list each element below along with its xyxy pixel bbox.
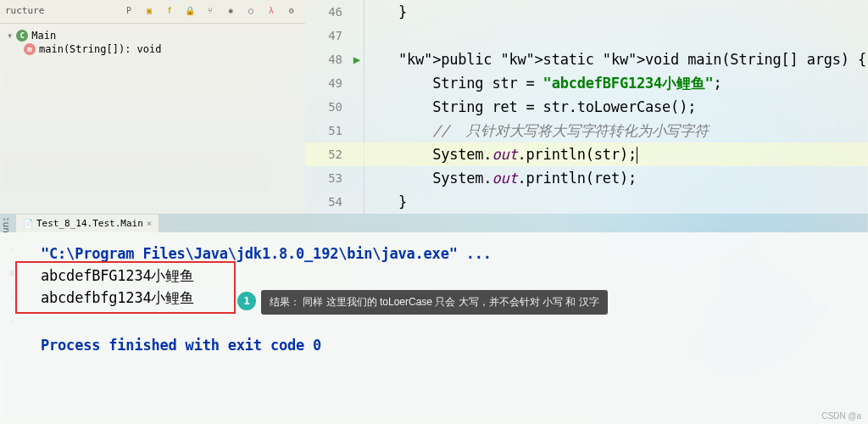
code-line[interactable]: 51 // 只针对大写将大写字符转化为小写字符 [305,119,868,142]
code-line[interactable]: 53 System.out.println(ret); [305,166,868,190]
code-line[interactable]: 50 String ret = str.toLowerCase(); [305,95,868,119]
fork-icon[interactable]: ⑂ [202,3,219,18]
lock-icon[interactable]: 🔒 [181,3,198,18]
structure-toolbar: ructure P ▣ f 🔒 ⑂ ✱ ○ λ ⚙ [0,0,305,20]
fields-icon[interactable]: f [161,3,178,18]
sort-icon[interactable]: P [120,3,137,18]
structure-panel: ructure P ▣ f 🔒 ⑂ ✱ ○ λ ⚙ ▾ C Main m mai… [0,0,305,214]
code-line[interactable]: 52 System.out.println(str); [305,142,868,166]
console-exit: Process finished with exit code 0 [41,334,827,356]
tree-method-row[interactable]: m main(String[]): void [24,42,298,56]
code-line[interactable]: 47 [305,24,868,47]
tab-label: Test_8_14.Test.Main [36,218,143,229]
run-console: un: 📄 Test_8_14.Test.Main × ↻ ■ ↑ ↓ "C:\… [0,214,868,424]
close-icon[interactable]: × [147,218,153,229]
lambda-icon[interactable]: λ [263,3,280,18]
highlight-box [15,261,236,314]
watermark: CSDN @a [821,411,861,421]
gear-icon[interactable]: ⚙ [283,3,300,18]
code-line[interactable]: 54} [305,190,868,214]
tree-class-row[interactable]: ▾ C Main [7,29,298,42]
method-signature: main(String[]): void [39,43,162,55]
class-name: Main [31,30,56,42]
code-editor[interactable]: 46}4748▶"kw">public "kw">static "kw">voi… [305,0,868,214]
run-gutter-icon[interactable]: ▶ [353,53,360,66]
structure-title: ructure [5,5,44,16]
annotation-badge: 1 [237,292,256,310]
code-line[interactable]: 46} [305,0,868,24]
expand-icon[interactable]: ✱ [222,3,239,18]
filter-icon[interactable]: ▣ [141,3,158,18]
annotation-tooltip: 结果： 同样 这里我们的 toLoerCase 只会 大写，并不会针对 小写 和… [261,290,608,315]
code-line[interactable]: 48▶"kw">public "kw">static "kw">void mai… [305,47,868,71]
code-line[interactable]: 49 String str = "abcdefBFG1234小鲤鱼"; [305,71,868,95]
run-config-tab[interactable]: 📄 Test_8_14.Test.Main × [15,214,159,232]
circle-icon[interactable]: ○ [242,3,259,18]
run-label: un: [0,216,11,233]
method-icon: m [24,43,36,55]
class-icon: C [16,30,28,42]
